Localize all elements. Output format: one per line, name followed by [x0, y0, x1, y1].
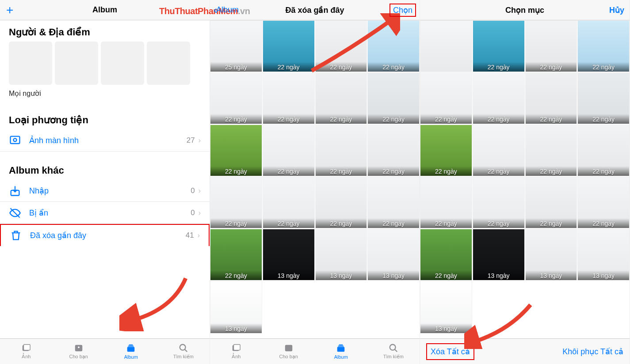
svg-rect-16 — [338, 345, 344, 346]
photo-thumbnail[interactable]: 22 ngày — [263, 177, 315, 228]
photo-thumbnail[interactable]: 22 ngày — [210, 72, 262, 124]
photo-thumbnail[interactable]: 22 ngày — [315, 72, 367, 124]
header-title: Chọn mục — [420, 5, 630, 15]
placeholder-tile[interactable] — [9, 42, 52, 85]
photo-thumbnail[interactable]: 22 ngày — [315, 20, 367, 72]
photo-thumbnail[interactable]: 13 ngày — [577, 229, 630, 281]
photo-thumbnail[interactable]: 22 ngày — [315, 125, 367, 176]
photo-thumbnail[interactable]: 22 ngày — [473, 125, 525, 176]
photo-thumbnail[interactable]: 22 ngày — [367, 177, 420, 228]
tab-bar: Ảnh Cho bạn Album Tìm kiếm — [210, 338, 420, 364]
tab-label: Cho bạn — [69, 354, 88, 360]
photo-thumbnail[interactable]: 22 ngày — [210, 177, 262, 228]
photo-thumbnail[interactable]: 22 ngày — [473, 177, 525, 228]
section-other-albums: Album khác — [0, 152, 210, 180]
photo-thumbnail[interactable]: 22 ngày — [263, 72, 315, 124]
days-remaining-badge: 22 ngày — [578, 62, 629, 72]
delete-all-button[interactable]: Xóa Tất cả — [426, 343, 474, 360]
photo-thumbnail[interactable]: 22 ngày — [473, 72, 525, 124]
photo-thumbnail[interactable]: 22 ngày — [420, 125, 472, 176]
days-remaining-badge: 22 ngày — [526, 114, 577, 124]
photo-thumbnail[interactable]: 13 ngày — [315, 229, 367, 281]
days-remaining-badge: 22 ngày — [263, 62, 314, 72]
photo-thumbnail[interactable]: 22 ngày — [315, 177, 367, 228]
tab-bar: Ảnh Cho bạn Album Tìm kiếm — [0, 338, 210, 364]
svg-point-1 — [14, 138, 17, 141]
tab-photos[interactable]: Ảnh — [0, 339, 53, 364]
photo-thumbnail[interactable]: 22 ngày — [525, 125, 577, 176]
photo-thumbnail[interactable]: 22 ngày — [367, 72, 420, 124]
photo-thumbnail[interactable]: 13 ngày — [473, 229, 525, 281]
svg-rect-15 — [337, 347, 345, 352]
photo-thumbnail[interactable]: 22 ngày — [367, 125, 420, 176]
row-recently-deleted[interactable]: Đã xóa gần đây 41 › — [0, 224, 210, 246]
header: + Album — [0, 0, 210, 20]
screenshot-icon — [9, 134, 21, 147]
cancel-button[interactable]: Hủy — [607, 5, 626, 15]
row-count: 0 — [191, 209, 195, 217]
photo-thumbnail[interactable]: 22 ngày — [577, 125, 630, 176]
row-count: 27 — [187, 136, 195, 145]
column-recently-deleted: ‹ Album Đã xóa gần đây Chọn 25 ngày22 ng… — [210, 0, 420, 364]
photo-thumbnail[interactable] — [420, 20, 472, 72]
photo-thumbnail[interactable]: 22 ngày — [420, 229, 472, 281]
tab-search[interactable]: Tìm kiếm — [157, 339, 210, 364]
days-remaining-badge: 22 ngày — [526, 166, 577, 176]
photo-thumbnail[interactable]: 22 ngày — [263, 20, 315, 72]
days-remaining-badge: 13 ngày — [316, 270, 367, 280]
photo-thumbnail[interactable]: 13 ngày — [210, 281, 262, 334]
photo-thumbnail[interactable]: 22 ngày — [367, 20, 420, 72]
photo-thumbnail[interactable]: 22 ngày — [577, 72, 630, 124]
media-row-screenshots[interactable]: Ảnh màn hình 27 › — [0, 129, 210, 152]
row-import[interactable]: Nhập 0 › — [0, 180, 210, 202]
back-label: Album — [216, 5, 239, 15]
trash-icon — [10, 229, 22, 242]
chevron-right-icon: › — [199, 209, 201, 217]
photo-thumbnail[interactable]: 22 ngày — [525, 20, 577, 72]
placeholder-tile[interactable] — [101, 42, 144, 85]
days-remaining-badge: 22 ngày — [263, 114, 314, 124]
days-remaining-badge: 22 ngày — [473, 62, 524, 72]
svg-rect-0 — [11, 136, 20, 143]
days-remaining-badge: 22 ngày — [263, 166, 314, 176]
photo-thumbnail[interactable]: 22 ngày — [525, 177, 577, 228]
photo-thumbnail[interactable]: 22 ngày — [210, 125, 262, 176]
photo-thumbnail[interactable]: 22 ngày — [420, 177, 472, 228]
svg-rect-5 — [24, 345, 31, 350]
import-icon — [9, 185, 21, 197]
photo-thumbnail[interactable]: 13 ngày — [263, 229, 315, 281]
select-button[interactable]: Chọn — [389, 4, 416, 17]
placeholder-tile[interactable] — [55, 42, 98, 85]
placeholder-tile[interactable] — [147, 42, 190, 85]
add-button[interactable]: + — [4, 3, 16, 17]
days-remaining-badge: 13 ngày — [420, 323, 472, 333]
row-hidden[interactable]: Bị ẩn 0 › — [0, 202, 210, 224]
photo-thumbnail[interactable]: 22 ngày — [420, 72, 472, 124]
back-button[interactable]: ‹ Album — [214, 4, 239, 16]
svg-rect-14 — [285, 345, 293, 352]
svg-rect-17 — [339, 344, 343, 345]
photo-thumbnail[interactable]: 22 ngày — [263, 125, 315, 176]
photo-thumbnail[interactable]: 22 ngày — [577, 20, 630, 72]
days-remaining-badge: 22 ngày — [420, 166, 472, 176]
tab-foryou[interactable]: Cho bạn — [263, 339, 315, 364]
tab-album[interactable]: Album — [105, 339, 157, 364]
photo-thumbnail[interactable]: 22 ngày — [577, 177, 630, 228]
row-count: 41 — [186, 231, 194, 240]
restore-all-button[interactable]: Khôi phục Tất cả — [562, 347, 623, 356]
hidden-icon — [9, 207, 21, 219]
footer-actions: Xóa Tất cả Khôi phục Tất cả — [420, 338, 630, 364]
row-count: 0 — [191, 186, 195, 195]
tab-photos[interactable]: Ảnh — [210, 339, 263, 364]
photo-thumbnail[interactable]: 13 ngày — [525, 229, 577, 281]
photo-thumbnail[interactable]: 22 ngày — [525, 72, 577, 124]
tab-foryou[interactable]: Cho bạn — [53, 339, 105, 364]
photo-thumbnail[interactable]: 13 ngày — [420, 281, 472, 334]
photo-thumbnail[interactable]: 22 ngày — [210, 229, 262, 281]
tab-album[interactable]: Album — [315, 339, 367, 364]
tab-search[interactable]: Tìm kiếm — [367, 339, 420, 364]
photo-thumbnail[interactable]: 13 ngày — [367, 229, 420, 281]
photo-thumbnail[interactable]: 22 ngày — [473, 20, 525, 72]
section-people-places: Người & Địa điểm — [0, 20, 210, 42]
photo-thumbnail[interactable]: 25 ngày — [210, 20, 262, 72]
